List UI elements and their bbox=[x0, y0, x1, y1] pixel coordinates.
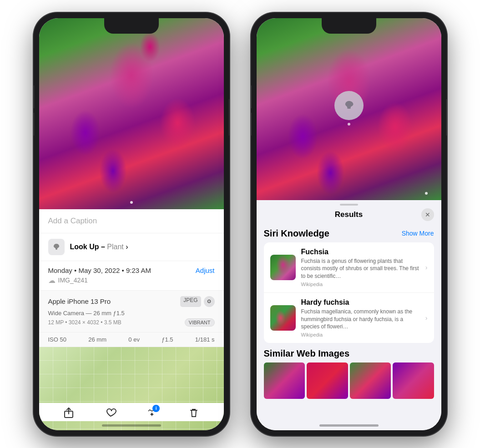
show-more-button[interactable]: Show More bbox=[402, 230, 434, 237]
info-badge: i bbox=[152, 405, 160, 412]
web-images-header: Similar Web Images bbox=[264, 348, 434, 359]
adjust-button[interactable]: Adjust bbox=[196, 267, 215, 274]
results-header: Results ✕ bbox=[257, 206, 441, 223]
notch bbox=[104, 18, 159, 34]
vibrant-badge: VIBRANT bbox=[185, 318, 215, 327]
siri-knowledge-title: Siri Knowledge bbox=[264, 228, 329, 239]
delete-button[interactable] bbox=[188, 407, 200, 421]
camera-wide: Wide Camera — 26 mm ƒ1.5 bbox=[48, 310, 215, 317]
vol-down-button-r[interactable] bbox=[251, 113, 252, 136]
exif-focal: 26 mm bbox=[88, 336, 106, 343]
close-button[interactable]: ✕ bbox=[421, 208, 434, 221]
siri-bubble bbox=[334, 91, 364, 120]
camera-badges: JPEG ⊙ bbox=[180, 296, 214, 307]
knowledge-item-fuchsia[interactable]: Fuchsia Fuchsia is a genus of flowering … bbox=[264, 242, 434, 293]
web-images-section: Similar Web Images bbox=[264, 348, 434, 399]
chevron-icon-1: › bbox=[425, 264, 428, 271]
meta-section: Monday • May 30, 2022 • 9:23 AM Adjust ☁… bbox=[39, 261, 224, 291]
flower-image-right bbox=[257, 18, 441, 200]
caption-input[interactable]: Add a Caption bbox=[39, 209, 224, 233]
knowledge-thumb-2 bbox=[270, 305, 296, 331]
left-phone-screen: Add a Caption Look Up – Plant › bbox=[39, 18, 224, 430]
vol-down-button[interactable] bbox=[34, 113, 34, 136]
web-images-row bbox=[264, 362, 434, 399]
filename: IMG_4241 bbox=[58, 277, 88, 284]
lookup-icon bbox=[48, 239, 65, 255]
exif-aperture: ƒ1.5 bbox=[162, 336, 173, 343]
bottom-toolbar: ✦ i bbox=[39, 403, 224, 421]
meta-date-row: Monday • May 30, 2022 • 9:23 AM Adjust bbox=[48, 267, 215, 274]
vol-up-button[interactable] bbox=[34, 86, 34, 108]
exif-iso: ISO 50 bbox=[48, 336, 66, 343]
left-phone: Add a Caption Look Up – Plant › bbox=[34, 13, 229, 436]
camera-icon: ⊙ bbox=[204, 296, 215, 307]
knowledge-card: Fuchsia Fuchsia is a genus of flowering … bbox=[264, 242, 434, 343]
web-image-4[interactable] bbox=[393, 362, 434, 399]
power-button[interactable] bbox=[229, 99, 229, 136]
phones-container: Add a Caption Look Up – Plant › bbox=[0, 0, 480, 448]
knowledge-name-1: Fuchsia bbox=[301, 248, 420, 256]
info-button[interactable]: ✦ i bbox=[146, 407, 158, 421]
flower-image-left bbox=[39, 18, 224, 209]
knowledge-name-2: Hardy fuchsia bbox=[301, 298, 420, 307]
knowledge-source-1: Wikipedia bbox=[301, 282, 420, 287]
results-title: Results bbox=[335, 210, 363, 219]
notch-right bbox=[322, 18, 376, 34]
results-content: Siri Knowledge Show More Fuchsia Fuchsia… bbox=[257, 223, 441, 430]
knowledge-thumb-1 bbox=[270, 255, 296, 280]
exif-shutter: 1/181 s bbox=[195, 336, 215, 343]
knowledge-source-2: Wikipedia bbox=[301, 332, 420, 337]
right-screen: Results ✕ Siri Knowledge Show More bbox=[257, 18, 441, 430]
knowledge-desc-1: Fuchsia is a genus of flowering plants t… bbox=[301, 257, 420, 280]
chevron-icon-2: › bbox=[425, 314, 428, 322]
exif-row: ISO 50 26 mm 0 ev ƒ1.5 1/181 s bbox=[39, 332, 224, 347]
siri-dot bbox=[348, 123, 350, 126]
camera-section: Apple iPhone 13 Pro JPEG ⊙ Wide Camera —… bbox=[39, 291, 224, 332]
web-image-2[interactable] bbox=[307, 362, 348, 399]
power-button-r[interactable] bbox=[446, 99, 447, 136]
page-indicator bbox=[130, 201, 133, 204]
page-indicator-right bbox=[425, 192, 428, 195]
knowledge-info-1: Fuchsia Fuchsia is a genus of flowering … bbox=[301, 248, 420, 287]
right-phone-screen: Results ✕ Siri Knowledge Show More bbox=[257, 18, 441, 430]
home-indicator-right bbox=[319, 424, 379, 427]
knowledge-info-2: Hardy fuchsia Fuchsia magellanica, commo… bbox=[301, 298, 420, 337]
lookup-row[interactable]: Look Up – Plant › bbox=[39, 233, 224, 261]
camera-specs-row: 12 MP • 3024 × 4032 • 3.5 MB VIBRANT bbox=[48, 318, 215, 327]
meta-filename-row: ☁ IMG_4241 bbox=[48, 276, 215, 285]
home-indicator bbox=[102, 424, 161, 427]
favorite-button[interactable] bbox=[105, 407, 116, 421]
web-images-title: Similar Web Images bbox=[264, 348, 350, 359]
share-button[interactable] bbox=[63, 407, 75, 421]
cloud-icon: ☁ bbox=[48, 276, 56, 285]
lookup-text: Look Up – Plant › bbox=[70, 243, 128, 251]
web-image-3[interactable] bbox=[350, 362, 391, 399]
web-image-1[interactable] bbox=[264, 362, 305, 399]
siri-knowledge-header: Siri Knowledge Show More bbox=[264, 228, 434, 239]
knowledge-desc-2: Fuchsia magellanica, commonly known as t… bbox=[301, 308, 420, 331]
format-badge: JPEG bbox=[180, 296, 201, 307]
meta-date: Monday • May 30, 2022 • 9:23 AM bbox=[48, 267, 151, 274]
camera-specs: 12 MP • 3024 × 4032 • 3.5 MB bbox=[48, 319, 121, 326]
right-phone: Results ✕ Siri Knowledge Show More bbox=[251, 13, 447, 436]
left-screen: Add a Caption Look Up – Plant › bbox=[39, 18, 224, 430]
exif-ev: 0 ev bbox=[128, 336, 140, 343]
results-panel: Results ✕ Siri Knowledge Show More bbox=[257, 200, 441, 430]
knowledge-item-hardy[interactable]: Hardy fuchsia Fuchsia magellanica, commo… bbox=[264, 293, 434, 343]
camera-model: Apple iPhone 13 Pro bbox=[48, 297, 111, 305]
camera-row: Apple iPhone 13 Pro JPEG ⊙ bbox=[48, 296, 215, 307]
vol-up-button-r[interactable] bbox=[251, 86, 252, 108]
